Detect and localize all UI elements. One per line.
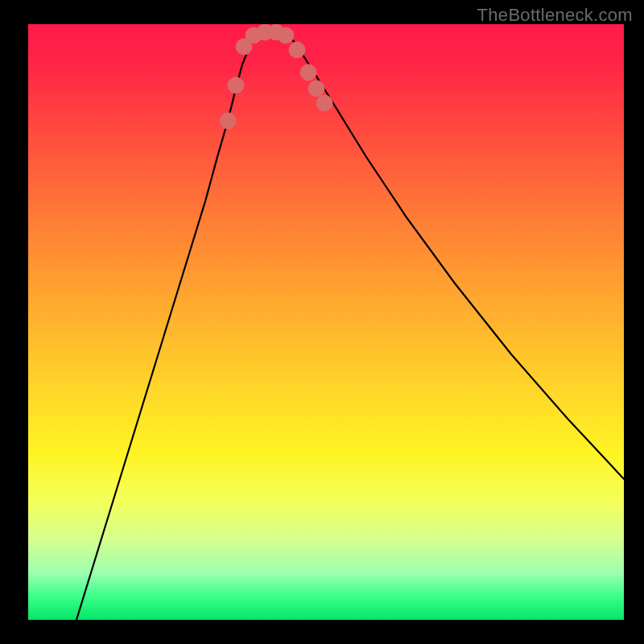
curve-marker: [300, 64, 316, 80]
bottleneck-curve: [76, 29, 624, 620]
plot-area: [28, 24, 624, 620]
curve-marker: [228, 77, 244, 93]
curve-marker: [278, 27, 294, 43]
curve-marker: [220, 113, 236, 129]
curve-marker: [308, 80, 324, 97]
curve-markers: [220, 24, 332, 129]
curve-marker: [289, 42, 305, 58]
curve-marker: [316, 95, 332, 111]
chart-frame: TheBottleneck.com: [0, 0, 644, 644]
chart-svg: [28, 24, 624, 620]
watermark-text: TheBottleneck.com: [477, 5, 633, 26]
